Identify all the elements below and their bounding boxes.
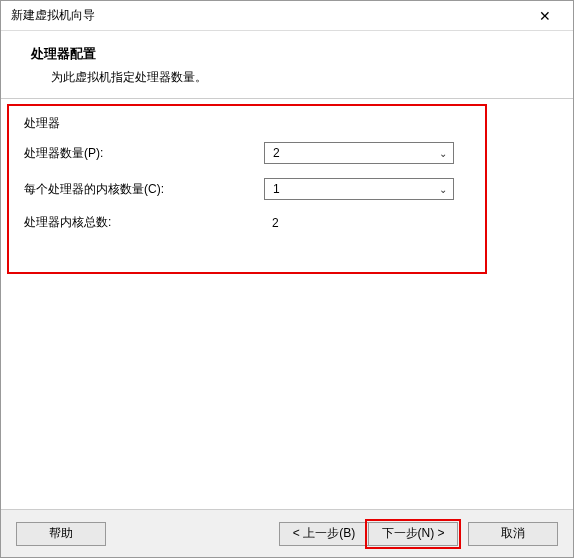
window-title: 新建虚拟机向导: [11, 7, 95, 24]
select-processor-count[interactable]: 2 ⌄: [264, 142, 454, 164]
cancel-button[interactable]: 取消: [468, 522, 558, 546]
wizard-window: 新建虚拟机向导 ✕ 处理器配置 为此虚拟机指定处理器数量。 处理器 处理器数量(…: [0, 0, 574, 558]
wizard-header: 处理器配置 为此虚拟机指定处理器数量。: [1, 31, 573, 99]
close-icon: ✕: [539, 8, 551, 24]
label-total-cores: 处理器内核总数:: [24, 214, 264, 231]
back-button[interactable]: < 上一步(B): [279, 522, 369, 546]
wizard-footer: 帮助 < 上一步(B) 下一步(N) > 取消: [1, 509, 573, 557]
group-label-processors: 处理器: [24, 115, 558, 132]
page-subtitle: 为此虚拟机指定处理器数量。: [31, 69, 563, 86]
next-button[interactable]: 下一步(N) >: [368, 522, 458, 546]
help-button[interactable]: 帮助: [16, 522, 106, 546]
select-cores-value: 1: [273, 182, 280, 196]
page-title: 处理器配置: [31, 45, 563, 63]
row-processor-count: 处理器数量(P): 2 ⌄: [24, 142, 558, 164]
select-cores-per-processor[interactable]: 1 ⌄: [264, 178, 454, 200]
value-total-cores: 2: [264, 216, 279, 230]
row-total-cores: 处理器内核总数: 2: [24, 214, 558, 231]
content-area: 处理器 处理器数量(P): 2 ⌄ 每个处理器的内核数量(C): 1 ⌄ 处理器…: [1, 99, 573, 499]
close-button[interactable]: ✕: [525, 2, 565, 30]
chevron-down-icon: ⌄: [439, 184, 447, 195]
titlebar: 新建虚拟机向导 ✕: [1, 1, 573, 31]
label-processor-count: 处理器数量(P):: [24, 145, 264, 162]
chevron-down-icon: ⌄: [439, 148, 447, 159]
label-cores-per-processor: 每个处理器的内核数量(C):: [24, 181, 264, 198]
row-cores-per-processor: 每个处理器的内核数量(C): 1 ⌄: [24, 178, 558, 200]
nav-button-group: < 上一步(B) 下一步(N) >: [280, 522, 458, 546]
select-processor-count-value: 2: [273, 146, 280, 160]
